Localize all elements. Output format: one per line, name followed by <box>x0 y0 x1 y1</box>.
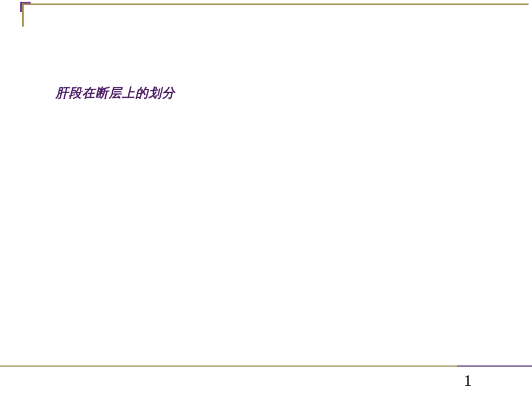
slide-title: 肝段在断层上的划分 <box>56 84 175 102</box>
top-corner-accent <box>22 3 31 13</box>
top-corner-frame <box>22 3 529 27</box>
bottom-divider-accent <box>457 365 532 367</box>
bottom-divider-line <box>0 365 532 367</box>
page-number: 1 <box>464 371 472 390</box>
slide-container: 肝段在断层上的划分 1 <box>0 0 532 399</box>
